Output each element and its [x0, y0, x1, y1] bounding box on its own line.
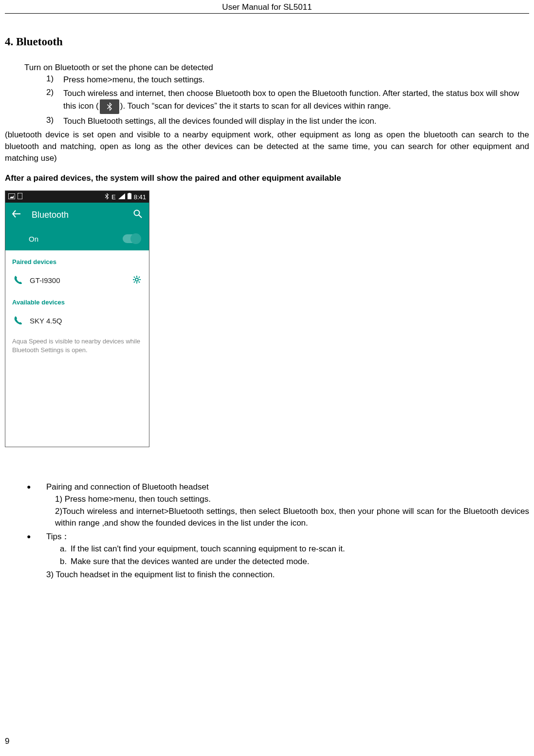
- available-devices-label: Available devices: [5, 291, 149, 310]
- bullet-icon: ●: [27, 531, 46, 581]
- bluetooth-status-icon: [100, 99, 119, 114]
- svg-point-7: [135, 278, 138, 281]
- svg-line-12: [134, 277, 135, 278]
- signal-icon: [118, 193, 125, 201]
- svg-rect-0: [8, 193, 15, 199]
- list-text: Touch wireless and internet, then choose…: [63, 88, 529, 114]
- status-bar: E 8:41: [5, 191, 149, 203]
- bluetooth-toggle-row[interactable]: On: [5, 227, 149, 250]
- page-header: User Manual for SL5011: [5, 0, 529, 14]
- svg-line-13: [139, 282, 140, 283]
- app-title: Bluetooth: [32, 210, 69, 220]
- svg-line-6: [139, 215, 142, 218]
- tip-text: Make sure that the devices wanted are un…: [71, 556, 309, 568]
- tip-marker: b.: [60, 556, 71, 568]
- available-device-row[interactable]: SKY 4.5Q: [5, 310, 149, 331]
- battery-icon: [128, 193, 131, 201]
- on-label: On: [29, 235, 38, 243]
- list-number: 1): [46, 74, 63, 86]
- pairing-step: 3) Touch headset in the equipment list t…: [46, 569, 529, 581]
- phone-icon: [13, 316, 30, 325]
- device-name: GT-I9300: [30, 276, 132, 284]
- svg-line-15: [139, 277, 140, 278]
- phone-screenshot: E 8:41 Bluetooth On Paired devices GT-I9…: [5, 190, 149, 447]
- pairing-step: 2)Touch wireless and internet>Bluetooth …: [55, 506, 529, 529]
- pairing-step: 1) Press home>menu, then touch settings.: [55, 493, 529, 506]
- image-icon: [8, 193, 15, 201]
- phone-icon: [13, 276, 30, 284]
- svg-rect-4: [129, 193, 130, 193]
- bluetooth-icon: [105, 193, 109, 201]
- toggle-switch[interactable]: [123, 234, 140, 243]
- svg-marker-1: [10, 195, 14, 198]
- list-number: 2): [46, 88, 63, 114]
- pairing-heading: Pairing and connection of Bluetooth head…: [46, 481, 529, 493]
- status-time: 8:41: [134, 193, 146, 201]
- search-icon[interactable]: [133, 209, 142, 221]
- signal-letter: E: [111, 193, 116, 201]
- paired-devices-label: Paired devices: [5, 250, 149, 269]
- list-text: Press home>menu, the touch settings.: [63, 74, 529, 86]
- tip-marker: a.: [60, 543, 71, 555]
- list-text: Touch Bluetooth settings, all the device…: [63, 115, 529, 128]
- visibility-note: Aqua Speed is visible to nearby devices …: [5, 331, 149, 360]
- app-bar: Bluetooth: [5, 203, 149, 227]
- paired-device-row[interactable]: GT-I9300: [5, 269, 149, 291]
- note-paragraph: (bluetooth device is set open and visibl…: [5, 129, 529, 164]
- svg-point-5: [134, 210, 140, 215]
- gear-icon[interactable]: [132, 275, 141, 285]
- sim-icon: [18, 193, 22, 201]
- tips-heading: Tips：: [46, 531, 529, 543]
- svg-rect-3: [128, 193, 131, 199]
- svg-marker-2: [118, 193, 125, 199]
- text-part: ). Touch “scan for devices” the it start…: [120, 102, 391, 111]
- numbered-list: 1) Press home>menu, the touch settings. …: [46, 74, 529, 128]
- intro-text: Turn on Bluetooth or set the phone can b…: [24, 63, 529, 73]
- section-title: 4. Bluetooth: [5, 36, 529, 48]
- list-number: 3): [46, 115, 63, 128]
- tip-text: If the list can't find your equipment, t…: [71, 543, 345, 555]
- page-number: 9: [5, 737, 9, 746]
- device-name: SKY 4.5Q: [30, 317, 141, 325]
- back-icon[interactable]: [12, 209, 21, 221]
- svg-line-14: [134, 282, 135, 283]
- bulleted-section: ● Pairing and connection of Bluetooth he…: [27, 481, 529, 581]
- subheading: After a paired devices, the system will …: [5, 173, 529, 183]
- bullet-icon: ●: [27, 481, 46, 529]
